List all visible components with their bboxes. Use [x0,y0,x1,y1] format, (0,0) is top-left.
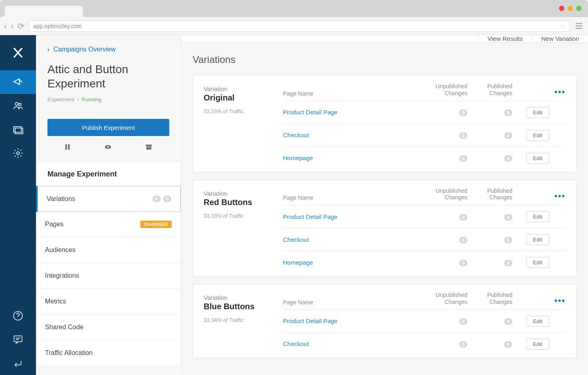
preview-eye-icon[interactable] [103,143,112,152]
published-count: 0 [504,155,512,162]
col-pub-header: PublishedChanges [467,188,512,201]
col-unpub-header: UnpublishedChanges [418,83,467,97]
main-title: Variations [193,54,577,65]
variation-card: VariationRed Buttons33.33% of TrafficPag… [193,180,577,277]
page-title: Attic and Button Experiment [47,62,169,91]
published-count: 0 [504,214,512,221]
publish-button[interactable]: Publish Experiment [47,119,169,136]
changed-badge: CHANGED [140,221,172,228]
page-link[interactable]: Homepage [283,154,313,161]
col-unpub-header: UnpublishedChanges [418,188,467,201]
col-pub-header: PublishedChanges [467,83,512,97]
forward-icon[interactable]: › [11,21,14,31]
sidebar-item-pages[interactable]: PagesCHANGED [36,212,181,237]
published-count: 0 [504,237,512,243]
new-variation-button[interactable]: New Variation [532,35,588,42]
edit-button[interactable]: Edit [526,130,549,141]
main-content: View Results New Variation Variations Va… [181,35,588,375]
unpublished-count: 0 [459,237,467,243]
breadcrumb[interactable]: ‹ Campaigns Overview [47,46,169,53]
variation-name: Blue Buttons [204,302,283,311]
edit-button[interactable]: Edit [526,107,549,118]
variation-card: VariationOriginal33.33% of TrafficPage N… [193,75,577,172]
sidebar-item-label: Traffic Allocation [45,349,93,357]
experiment-status-line: Experiment • Running [47,96,169,103]
sidebar-item-label: Variations [47,195,75,203]
nav-rail [0,35,36,375]
sidebar-item-label: Metrics [45,298,66,305]
published-count: 0 [504,109,512,116]
page-row: Product Detail Page00Edit [283,101,566,124]
url-input[interactable]: app.optimizley.com ☆ [29,20,570,32]
page-link[interactable]: Product Detail Page [283,213,337,220]
page-row: Checkout00Edit [283,333,566,358]
pause-icon[interactable] [64,143,71,152]
context-sidebar: ‹ Campaigns Overview Attic and Button Ex… [36,35,181,375]
svg-rect-12 [146,147,151,150]
maximize-window-icon[interactable] [576,6,581,11]
unpublished-count: 0 [459,132,467,139]
rail-audiences-icon[interactable] [0,94,36,118]
sidebar-item-integrations[interactable]: Integrations [36,263,181,289]
variation-menu-icon[interactable]: ••• [554,192,566,201]
page-row: Homepage00Edit [283,147,566,172]
svg-point-4 [17,152,20,155]
col-page-header: Page Name [283,299,418,306]
sidebar-item-traffic-allocation[interactable]: Traffic Allocation [36,340,181,366]
rail-pages-icon[interactable] [0,118,36,141]
page-row: Homepage00Edit [283,251,566,276]
page-row: Checkout00Edit [283,228,566,251]
edit-button[interactable]: Edit [526,316,549,327]
edit-button[interactable]: Edit [526,234,549,245]
page-link[interactable]: Product Detail Page [283,317,337,324]
variation-menu-icon[interactable]: ••• [554,296,566,305]
minimize-window-icon[interactable] [568,6,573,11]
svg-rect-11 [146,145,152,146]
sidebar-item-shared-code[interactable]: Shared Code [36,315,181,340]
sidebar-item-metrics[interactable]: Metrics [36,289,181,315]
count-badge: 0 [163,196,171,202]
edit-button[interactable]: Edit [526,339,549,350]
close-window-icon[interactable] [559,6,564,11]
reload-icon[interactable]: ⟳ [18,21,25,31]
breadcrumb-label: Campaigns Overview [54,46,116,53]
rail-return-icon[interactable] [0,351,36,375]
browser-tab[interactable] [5,6,83,17]
rail-help-icon[interactable] [0,304,36,328]
rail-settings-icon[interactable] [0,141,36,165]
edit-button[interactable]: Edit [526,153,549,164]
rail-campaigns-icon[interactable] [0,70,36,94]
browser-menu-icon[interactable] [574,21,584,31]
count-badge: 0 [153,196,161,202]
page-link[interactable]: Checkout [283,340,309,347]
svg-rect-8 [68,144,70,150]
page-row: Checkout00Edit [283,124,566,147]
view-results-button[interactable]: View Results [478,35,532,42]
app-logo-icon[interactable] [0,35,36,70]
published-count: 0 [504,341,512,348]
svg-rect-7 [65,144,67,150]
back-icon[interactable]: ‹ [4,21,7,31]
page-link[interactable]: Checkout [283,132,309,138]
edit-button[interactable]: Edit [526,211,549,222]
window-controls [559,6,581,11]
sidebar-item-audiences[interactable]: Audiences [36,237,181,263]
page-row: Product Detail Page00Edit [283,310,566,333]
edit-button[interactable]: Edit [526,257,549,268]
bookmark-star-icon[interactable]: ☆ [560,23,566,29]
page-row: Product Detail Page00Edit [283,205,566,228]
page-link[interactable]: Product Detail Page [283,109,337,116]
page-link[interactable]: Checkout [283,236,309,243]
rail-feedback-icon[interactable] [0,328,36,351]
variation-label: Variation [204,190,283,197]
col-unpub-header: UnpublishedChanges [418,292,467,306]
sidebar-item-variations[interactable]: Variations00 [36,186,181,212]
col-pub-header: PublishedChanges [467,292,512,306]
variation-traffic: 33.34% of Traffic [204,317,283,323]
variation-traffic: 33.33% of Traffic [204,213,283,219]
svg-rect-6 [14,336,22,342]
variation-name: Red Buttons [204,198,283,207]
variation-menu-icon[interactable]: ••• [554,87,566,96]
archive-icon[interactable] [145,143,153,152]
page-link[interactable]: Homepage [283,259,313,266]
